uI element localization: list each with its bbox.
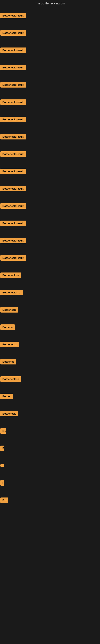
bottleneck-row: Bottleneck result (0, 162, 100, 180)
bottleneck-badge[interactable]: Bottleneck result (0, 134, 26, 140)
bottleneck-badge[interactable]: Bottleneck result (0, 48, 26, 53)
bottleneck-row: Bo (0, 422, 100, 440)
bottleneck-badge[interactable]: Bottleneck result (0, 65, 26, 70)
bottleneck-row: Bottleneck result (0, 111, 100, 128)
bottleneck-badge[interactable]: Bottleneck result (0, 203, 26, 209)
bottleneck-row: Bottleneck result (0, 249, 100, 266)
bottleneck-badge[interactable] (0, 464, 4, 467)
bottleneck-row: Bottleneck result (0, 180, 100, 197)
bottleneck-badge[interactable]: Bottleneck result (0, 169, 26, 174)
bottleneck-badge[interactable]: Bottleneck (0, 411, 18, 416)
bottleneck-badge[interactable]: Bottleneck result (0, 255, 26, 260)
bottleneck-row: Bottleneck result (0, 42, 100, 59)
bottleneck-badge[interactable]: Bottleneck result (0, 117, 26, 122)
bottleneck-row: Bottleneck result (0, 94, 100, 111)
bottleneck-row: Bottlene (0, 318, 100, 336)
bottleneck-row: Bottleneck result (0, 128, 100, 145)
bottleneck-badge[interactable]: Bottleneck result (0, 151, 26, 157)
bottleneck-row: Bott (0, 492, 100, 509)
bottleneck-row: Bottleneck result (0, 232, 100, 249)
bottleneck-badge[interactable]: Bottleneck (0, 307, 18, 312)
bottleneck-badge[interactable]: Bott (0, 498, 8, 503)
bottleneck-row: Bottleneck result (0, 197, 100, 214)
bottleneck-row: Bottlen (0, 388, 100, 405)
bottleneck-row: B (0, 440, 100, 457)
bottleneck-badge[interactable]: B (0, 446, 4, 451)
bottleneck-row: I (0, 474, 100, 492)
bottleneck-row: Bottleneck result (0, 24, 100, 42)
bottleneck-badge[interactable]: Bottleneck r (0, 342, 19, 347)
bottleneck-badge[interactable]: Bottleneck result (0, 238, 26, 243)
bottleneck-row: Bottleneck (0, 405, 100, 422)
bottleneck-row: Bottleneck re (0, 370, 100, 388)
bottleneck-badge[interactable]: Bottlene (0, 324, 15, 330)
bottleneck-row: Bottleneck result (0, 145, 100, 162)
bottleneck-badge[interactable]: I (0, 480, 4, 486)
bottleneck-badge[interactable]: Bottleneck result (0, 220, 26, 226)
bottleneck-badge[interactable]: Bottleneck re (0, 376, 21, 382)
bottleneck-row: Bottleneck re (0, 266, 100, 284)
bottleneck-badge[interactable]: Bottleneck result (0, 82, 26, 88)
bottleneck-row: Bottleneck result (0, 214, 100, 232)
bottleneck-badge[interactable]: Bottleneck re (0, 272, 21, 278)
bottleneck-row: Bottleneck resul (0, 284, 100, 301)
bottleneck-badge[interactable]: Bottleneck result (0, 186, 26, 192)
bottleneck-row: Bottleneck r (0, 336, 100, 353)
bottleneck-badge[interactable]: Bo (0, 428, 6, 434)
bottleneck-row (0, 457, 100, 474)
bottleneck-badge[interactable]: Bottlenec (0, 359, 16, 364)
bottleneck-row: Bottleneck (0, 301, 100, 318)
bottleneck-badge[interactable]: Bottlen (0, 394, 13, 399)
bottleneck-badge[interactable]: Bottleneck result (0, 100, 26, 105)
bottleneck-badge[interactable]: Bottleneck result (0, 30, 26, 36)
bottleneck-row: Bottleneck result (0, 76, 100, 94)
main-container: TheBottlenecker.com Bottleneck resultBot… (0, 0, 100, 509)
bottleneck-badge[interactable]: Bottleneck resul (0, 290, 23, 295)
bottleneck-row: Bottleneck result (0, 7, 100, 24)
bottleneck-badge[interactable]: Bottleneck result (0, 13, 26, 18)
bottleneck-row: Bottlenec (0, 353, 100, 370)
bottleneck-row: Bottleneck result (0, 59, 100, 76)
site-title: TheBottlenecker.com (0, 0, 100, 7)
